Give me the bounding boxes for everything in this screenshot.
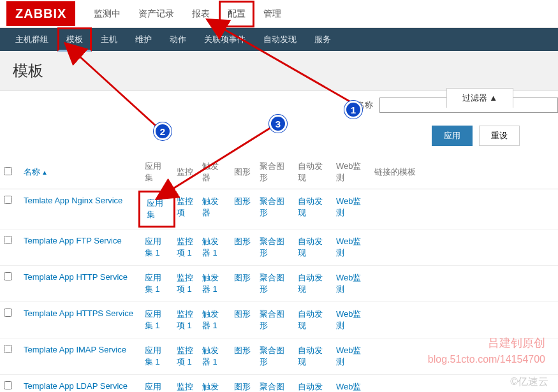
aggregate-link[interactable]: 聚合图形 [260, 236, 284, 258]
graph-link[interactable]: 图形 [234, 309, 251, 319]
monitor-link[interactable]: 监控项 1 [177, 236, 193, 258]
apply-button[interactable]: 应用 [432, 126, 473, 146]
trigger-link[interactable]: 触发器 1 [202, 382, 219, 392]
sub-nav-2[interactable]: 主机 [92, 27, 126, 52]
trigger-link[interactable]: 触发器 1 [202, 309, 219, 330]
table-row: Template App FTP Service应用集 1监控项 1触发器 1图… [0, 229, 558, 266]
col-graph[interactable]: 图形 [230, 156, 256, 189]
watermark-url: blog.51cto.com/14154700 [428, 354, 545, 365]
discovery-link[interactable]: 自动发现 [298, 309, 323, 330]
template-name-link[interactable]: Template App HTTP Service [24, 272, 128, 282]
aggregate-link[interactable]: 聚合图形 [260, 309, 284, 330]
discovery-link[interactable]: 自动发现 [298, 196, 323, 217]
sub-nav-0[interactable]: 主机群组 [6, 27, 57, 52]
discovery-link[interactable]: 自动发现 [298, 382, 323, 392]
appset-link[interactable]: 应用集 1 [145, 236, 161, 258]
top-nav: 监测中资产记录报表配置管理 [85, 1, 290, 27]
top-nav-3[interactable]: 配置 [219, 1, 254, 27]
web-link[interactable]: Web监测 [336, 236, 362, 258]
sub-nav-5[interactable]: 关联项事件 [195, 27, 254, 52]
annotation-badge-2: 2 [154, 122, 172, 140]
sub-nav-6[interactable]: 自动发现 [254, 27, 305, 52]
trigger-link[interactable]: 触发器 1 [202, 345, 219, 367]
watermark-author: 吕建钊原创 [488, 335, 545, 351]
web-link[interactable]: Web监测 [336, 273, 362, 294]
graph-link[interactable]: 图形 [234, 236, 251, 246]
table-row: Template App HTTP Service应用集 1监控项 1触发器 1… [0, 266, 558, 302]
appset-link[interactable]: 应用集 1 [145, 309, 161, 330]
graph-link[interactable]: 图形 [234, 196, 251, 206]
sub-nav-3[interactable]: 维护 [126, 27, 161, 52]
appset-link[interactable]: 应用集 1 [145, 273, 161, 294]
select-all-checkbox[interactable] [4, 167, 12, 175]
table-row: Template App HTTPS Service应用集 1监控项 1触发器 … [0, 302, 558, 338]
template-name-link[interactable]: Template App FTP Service [24, 236, 122, 245]
col-appset[interactable]: 应用集 [141, 156, 173, 189]
header: ZABBIX 监测中资产记录报表配置管理 [0, 0, 558, 28]
aggregate-link[interactable]: 聚合图形 [260, 382, 284, 392]
graph-link[interactable]: 图形 [234, 382, 251, 391]
monitor-link[interactable]: 监控项 [177, 196, 193, 217]
row-checkbox[interactable] [4, 272, 12, 280]
row-checkbox[interactable] [4, 345, 12, 353]
template-name-link[interactable]: Temlate App Nginx Service [24, 196, 122, 205]
col-web[interactable]: Web监测 [332, 156, 371, 189]
template-name-link[interactable]: Template App HTTPS Service [24, 309, 133, 318]
col-discovery[interactable]: 自动发现 [294, 156, 332, 189]
discovery-link[interactable]: 自动发现 [298, 345, 323, 367]
web-link[interactable]: Web监测 [336, 345, 362, 367]
discovery-link[interactable]: 自动发现 [298, 273, 323, 294]
reset-button[interactable]: 重设 [479, 126, 520, 146]
filter-toggle[interactable]: 过滤器 ▲ [446, 88, 513, 108]
trigger-link[interactable]: 触发器 1 [202, 236, 219, 258]
web-link[interactable]: Web监测 [336, 196, 362, 217]
aggregate-link[interactable]: 聚合图形 [260, 273, 284, 294]
template-name-link[interactable]: Template App IMAP Service [24, 345, 126, 354]
appset-link[interactable]: 应用集 1 [145, 345, 161, 367]
watermark-brand: ©亿速云 [510, 375, 548, 389]
annotation-badge-1: 1 [344, 101, 362, 119]
col-name[interactable]: 名称▲ [20, 156, 141, 189]
monitor-link[interactable]: 监控项 1 [177, 273, 193, 294]
col-trigger[interactable]: 触发器 [198, 156, 230, 189]
appset-link[interactable]: 应用集 [147, 198, 163, 219]
monitor-link[interactable]: 监控项 1 [177, 309, 193, 330]
trigger-link[interactable]: 触发器 1 [202, 273, 219, 294]
row-checkbox[interactable] [4, 381, 12, 389]
appset-link[interactable]: 应用集 1 [145, 382, 161, 392]
table-row: Template App LDAP Service应用集 1监控项 1触发器 1… [0, 375, 558, 393]
col-linked[interactable]: 链接的模板 [371, 156, 558, 189]
graph-link[interactable]: 图形 [234, 273, 251, 282]
aggregate-link[interactable]: 聚合图形 [260, 196, 284, 217]
page-title: 模板 [0, 51, 558, 91]
sort-asc-icon: ▲ [41, 169, 48, 176]
logo[interactable]: ZABBIX [6, 1, 75, 26]
aggregate-link[interactable]: 聚合图形 [260, 345, 284, 367]
table-row: Temlate App Nginx Service应用集监控项触发器图形聚合图形… [0, 189, 558, 229]
top-nav-2[interactable]: 报表 [183, 1, 219, 27]
web-link[interactable]: Web监测 [336, 382, 362, 392]
annotation-badge-3: 3 [269, 115, 287, 133]
col-monitor[interactable]: 监控 [173, 156, 198, 189]
sub-nav-1[interactable]: 模板 [57, 27, 92, 52]
row-checkbox[interactable] [4, 309, 12, 317]
trigger-link[interactable]: 触发器 [202, 196, 219, 217]
sub-nav-7[interactable]: 服务 [305, 27, 340, 52]
discovery-link[interactable]: 自动发现 [298, 236, 323, 258]
monitor-link[interactable]: 监控项 1 [177, 345, 193, 367]
row-checkbox[interactable] [4, 236, 12, 244]
sub-nav: 主机群组模板主机维护动作关联项事件自动发现服务 [0, 28, 558, 51]
top-nav-4[interactable]: 管理 [254, 1, 290, 27]
template-name-link[interactable]: Template App LDAP Service [24, 381, 128, 391]
sub-nav-4[interactable]: 动作 [161, 27, 195, 52]
web-link[interactable]: Web监测 [336, 309, 362, 330]
col-aggregate[interactable]: 聚合图形 [256, 156, 294, 189]
top-nav-0[interactable]: 监测中 [85, 1, 129, 27]
monitor-link[interactable]: 监控项 1 [177, 382, 193, 392]
top-nav-1[interactable]: 资产记录 [129, 1, 183, 27]
graph-link[interactable]: 图形 [234, 345, 251, 355]
row-checkbox[interactable] [4, 196, 12, 204]
